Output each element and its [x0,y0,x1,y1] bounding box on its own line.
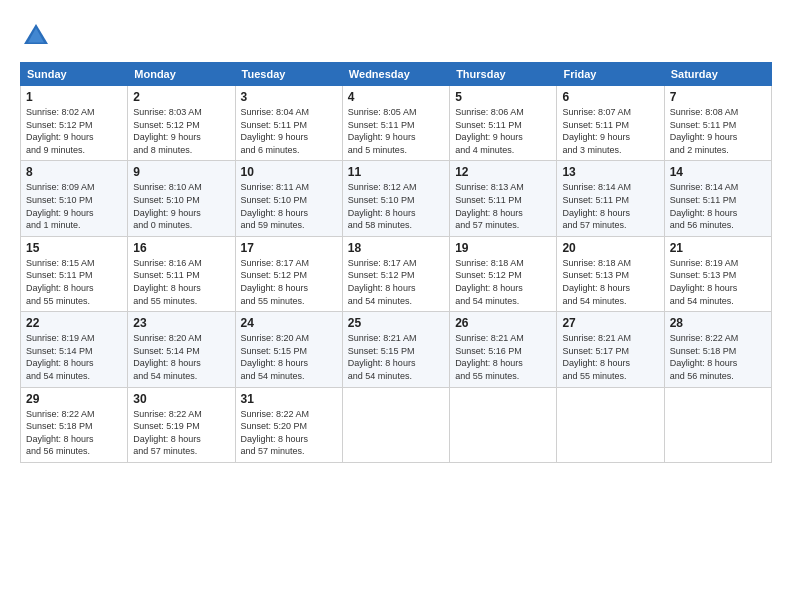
calendar-day-cell: 18Sunrise: 8:17 AMSunset: 5:12 PMDayligh… [342,236,449,311]
day-info: Sunrise: 8:19 AMSunset: 5:13 PMDaylight:… [670,257,766,307]
calendar-day-cell: 24Sunrise: 8:20 AMSunset: 5:15 PMDayligh… [235,312,342,387]
day-number: 2 [133,90,229,104]
calendar-day-cell: 5Sunrise: 8:06 AMSunset: 5:11 PMDaylight… [450,86,557,161]
calendar-day-cell: 15Sunrise: 8:15 AMSunset: 5:11 PMDayligh… [21,236,128,311]
calendar-week-row: 22Sunrise: 8:19 AMSunset: 5:14 PMDayligh… [21,312,772,387]
calendar-day-cell: 17Sunrise: 8:17 AMSunset: 5:12 PMDayligh… [235,236,342,311]
weekday-header-cell: Friday [557,63,664,86]
day-info: Sunrise: 8:03 AMSunset: 5:12 PMDaylight:… [133,106,229,156]
day-number: 20 [562,241,658,255]
calendar-day-cell: 25Sunrise: 8:21 AMSunset: 5:15 PMDayligh… [342,312,449,387]
day-number: 14 [670,165,766,179]
day-info: Sunrise: 8:17 AMSunset: 5:12 PMDaylight:… [348,257,444,307]
calendar-day-cell: 19Sunrise: 8:18 AMSunset: 5:12 PMDayligh… [450,236,557,311]
calendar-week-row: 29Sunrise: 8:22 AMSunset: 5:18 PMDayligh… [21,387,772,462]
day-info: Sunrise: 8:19 AMSunset: 5:14 PMDaylight:… [26,332,122,382]
calendar-body: 1Sunrise: 8:02 AMSunset: 5:12 PMDaylight… [21,86,772,463]
day-number: 10 [241,165,337,179]
calendar-day-cell: 29Sunrise: 8:22 AMSunset: 5:18 PMDayligh… [21,387,128,462]
day-info: Sunrise: 8:05 AMSunset: 5:11 PMDaylight:… [348,106,444,156]
day-number: 3 [241,90,337,104]
calendar-day-cell [557,387,664,462]
day-number: 18 [348,241,444,255]
calendar-day-cell: 1Sunrise: 8:02 AMSunset: 5:12 PMDaylight… [21,86,128,161]
day-info: Sunrise: 8:11 AMSunset: 5:10 PMDaylight:… [241,181,337,231]
weekday-header-cell: Tuesday [235,63,342,86]
day-info: Sunrise: 8:08 AMSunset: 5:11 PMDaylight:… [670,106,766,156]
calendar-day-cell: 9Sunrise: 8:10 AMSunset: 5:10 PMDaylight… [128,161,235,236]
day-info: Sunrise: 8:22 AMSunset: 5:18 PMDaylight:… [26,408,122,458]
day-number: 29 [26,392,122,406]
day-number: 11 [348,165,444,179]
calendar-day-cell: 11Sunrise: 8:12 AMSunset: 5:10 PMDayligh… [342,161,449,236]
weekday-header-cell: Monday [128,63,235,86]
calendar-week-row: 8Sunrise: 8:09 AMSunset: 5:10 PMDaylight… [21,161,772,236]
day-info: Sunrise: 8:20 AMSunset: 5:15 PMDaylight:… [241,332,337,382]
day-info: Sunrise: 8:07 AMSunset: 5:11 PMDaylight:… [562,106,658,156]
calendar-day-cell [342,387,449,462]
day-number: 30 [133,392,229,406]
day-number: 8 [26,165,122,179]
day-number: 26 [455,316,551,330]
calendar-day-cell: 22Sunrise: 8:19 AMSunset: 5:14 PMDayligh… [21,312,128,387]
day-info: Sunrise: 8:12 AMSunset: 5:10 PMDaylight:… [348,181,444,231]
calendar-week-row: 1Sunrise: 8:02 AMSunset: 5:12 PMDaylight… [21,86,772,161]
day-info: Sunrise: 8:13 AMSunset: 5:11 PMDaylight:… [455,181,551,231]
calendar-day-cell: 6Sunrise: 8:07 AMSunset: 5:11 PMDaylight… [557,86,664,161]
calendar-day-cell: 27Sunrise: 8:21 AMSunset: 5:17 PMDayligh… [557,312,664,387]
day-info: Sunrise: 8:17 AMSunset: 5:12 PMDaylight:… [241,257,337,307]
calendar-day-cell: 8Sunrise: 8:09 AMSunset: 5:10 PMDaylight… [21,161,128,236]
day-number: 19 [455,241,551,255]
day-number: 27 [562,316,658,330]
day-number: 4 [348,90,444,104]
day-info: Sunrise: 8:22 AMSunset: 5:18 PMDaylight:… [670,332,766,382]
day-number: 13 [562,165,658,179]
day-info: Sunrise: 8:04 AMSunset: 5:11 PMDaylight:… [241,106,337,156]
day-number: 28 [670,316,766,330]
page: SundayMondayTuesdayWednesdayThursdayFrid… [0,0,792,612]
day-info: Sunrise: 8:18 AMSunset: 5:12 PMDaylight:… [455,257,551,307]
calendar-day-cell: 21Sunrise: 8:19 AMSunset: 5:13 PMDayligh… [664,236,771,311]
day-number: 24 [241,316,337,330]
day-number: 7 [670,90,766,104]
day-number: 31 [241,392,337,406]
calendar-day-cell: 23Sunrise: 8:20 AMSunset: 5:14 PMDayligh… [128,312,235,387]
day-info: Sunrise: 8:21 AMSunset: 5:16 PMDaylight:… [455,332,551,382]
weekday-header-cell: Sunday [21,63,128,86]
weekday-header-row: SundayMondayTuesdayWednesdayThursdayFrid… [21,63,772,86]
weekday-header-cell: Saturday [664,63,771,86]
day-info: Sunrise: 8:10 AMSunset: 5:10 PMDaylight:… [133,181,229,231]
day-number: 9 [133,165,229,179]
day-info: Sunrise: 8:14 AMSunset: 5:11 PMDaylight:… [670,181,766,231]
day-number: 16 [133,241,229,255]
calendar-day-cell: 10Sunrise: 8:11 AMSunset: 5:10 PMDayligh… [235,161,342,236]
calendar-day-cell: 20Sunrise: 8:18 AMSunset: 5:13 PMDayligh… [557,236,664,311]
calendar-week-row: 15Sunrise: 8:15 AMSunset: 5:11 PMDayligh… [21,236,772,311]
day-number: 5 [455,90,551,104]
day-info: Sunrise: 8:02 AMSunset: 5:12 PMDaylight:… [26,106,122,156]
logo [20,20,58,52]
day-number: 15 [26,241,122,255]
calendar-day-cell: 28Sunrise: 8:22 AMSunset: 5:18 PMDayligh… [664,312,771,387]
day-info: Sunrise: 8:21 AMSunset: 5:17 PMDaylight:… [562,332,658,382]
day-number: 1 [26,90,122,104]
day-info: Sunrise: 8:18 AMSunset: 5:13 PMDaylight:… [562,257,658,307]
logo-icon [20,20,52,52]
calendar-day-cell: 31Sunrise: 8:22 AMSunset: 5:20 PMDayligh… [235,387,342,462]
calendar-day-cell [450,387,557,462]
day-number: 23 [133,316,229,330]
day-info: Sunrise: 8:22 AMSunset: 5:20 PMDaylight:… [241,408,337,458]
day-number: 25 [348,316,444,330]
day-info: Sunrise: 8:16 AMSunset: 5:11 PMDaylight:… [133,257,229,307]
calendar-day-cell: 26Sunrise: 8:21 AMSunset: 5:16 PMDayligh… [450,312,557,387]
day-info: Sunrise: 8:14 AMSunset: 5:11 PMDaylight:… [562,181,658,231]
day-number: 17 [241,241,337,255]
calendar-day-cell: 12Sunrise: 8:13 AMSunset: 5:11 PMDayligh… [450,161,557,236]
calendar-day-cell: 3Sunrise: 8:04 AMSunset: 5:11 PMDaylight… [235,86,342,161]
day-info: Sunrise: 8:06 AMSunset: 5:11 PMDaylight:… [455,106,551,156]
day-number: 6 [562,90,658,104]
header [20,20,772,52]
calendar-day-cell: 4Sunrise: 8:05 AMSunset: 5:11 PMDaylight… [342,86,449,161]
calendar-table: SundayMondayTuesdayWednesdayThursdayFrid… [20,62,772,463]
calendar-day-cell: 16Sunrise: 8:16 AMSunset: 5:11 PMDayligh… [128,236,235,311]
